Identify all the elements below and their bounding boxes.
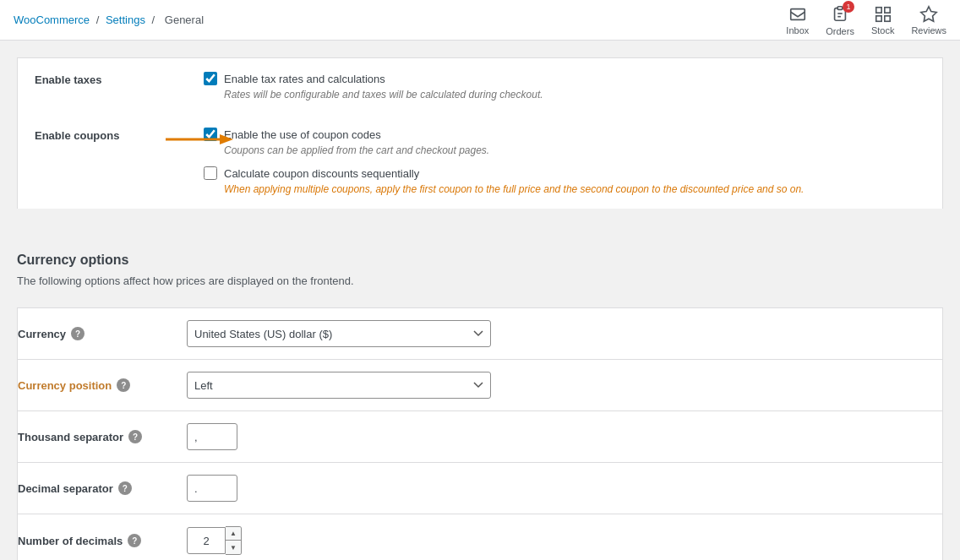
sequential-help-text: When applying multiple coupons, apply th… [224, 183, 925, 195]
sequential-section: Calculate coupon discounts sequentially … [204, 166, 925, 195]
decimal-separator-control [187, 475, 942, 502]
orange-arrow-icon [166, 129, 233, 150]
taxes-control: Enable tax rates and calculations Rates … [204, 72, 925, 101]
thousand-separator-input[interactable] [187, 423, 237, 450]
stock-button[interactable]: Stock [871, 5, 895, 35]
currency-label: Currency ? [18, 327, 187, 340]
content-area: Enable taxes Enable tax rates and calcul… [0, 41, 960, 560]
currency-position-control: Left Right Left space Right space [187, 372, 942, 399]
currency-help-icon[interactable]: ? [71, 327, 85, 340]
currency-section-subtitle: The following options affect how prices … [17, 275, 943, 287]
currency-fields-block: Currency ? United States (US) dollar ($)… [17, 307, 943, 560]
sequential-label[interactable]: Calculate coupon discounts sequentially [224, 167, 419, 180]
orders-label: Orders [826, 26, 854, 36]
sequential-checkbox[interactable] [204, 166, 217, 180]
decimal-separator-row: Decimal separator ? [18, 463, 942, 514]
orders-badge: 1 [843, 1, 854, 13]
currency-row: Currency ? United States (US) dollar ($)… [18, 308, 942, 360]
num-decimals-label: Number of decimals ? [18, 534, 187, 547]
coupons-help-text: Coupons can be applied from the cart and… [224, 144, 925, 156]
taxes-label: Enable taxes [35, 72, 204, 86]
svg-rect-1 [837, 6, 843, 9]
inbox-label: Inbox [786, 25, 809, 35]
reviews-label: Reviews [911, 25, 946, 35]
taxes-checkbox[interactable] [204, 72, 217, 85]
taxes-help-text: Rates will be configurable and taxes wil… [224, 89, 925, 101]
svg-marker-10 [220, 134, 233, 144]
num-decimals-row: Number of decimals ? ▲ ▼ [18, 514, 942, 560]
breadcrumb-woocommerce[interactable]: WooCommerce [14, 14, 90, 26]
svg-rect-0 [791, 8, 805, 19]
currency-position-help-icon[interactable]: ? [117, 378, 130, 392]
svg-rect-4 [875, 7, 881, 12]
svg-rect-5 [884, 7, 889, 12]
currency-position-label: Currency position ? [18, 378, 187, 392]
breadcrumb-sep2: / [152, 14, 155, 26]
orders-button[interactable]: 1 Orders [826, 4, 854, 36]
stock-icon [874, 5, 892, 24]
decimal-separator-help-icon[interactable]: ? [118, 481, 132, 495]
page-wrapper: WooCommerce / Settings / General Inbox [0, 0, 960, 560]
thousand-separator-row: Thousand separator ? [18, 411, 942, 463]
thousand-separator-help-icon[interactable]: ? [128, 430, 142, 443]
taxes-checkbox-label[interactable]: Enable tax rates and calculations [224, 73, 385, 85]
num-decimals-wrapper: ▲ ▼ [187, 526, 942, 555]
num-decimals-control: ▲ ▼ [187, 526, 942, 555]
reviews-icon [919, 5, 938, 24]
breadcrumb-settings[interactable]: Settings [106, 14, 145, 26]
svg-rect-6 [875, 15, 881, 20]
top-icons: Inbox 1 Orders [786, 4, 946, 36]
currency-section-title: Currency options [17, 253, 943, 268]
taxes-row: Enable taxes Enable tax rates and calcul… [17, 57, 943, 114]
currency-control: United States (US) dollar ($) Euro (€) B… [187, 320, 942, 347]
coupons-row: Enable coupons Enable the use of coupon … [17, 114, 943, 209]
spinner-up-button[interactable]: ▲ [226, 527, 241, 541]
svg-rect-7 [884, 15, 889, 20]
top-bar: WooCommerce / Settings / General Inbox [0, 0, 960, 41]
breadcrumb-current: General [165, 14, 204, 26]
spinner-buttons: ▲ ▼ [226, 526, 242, 555]
decimal-separator-label: Decimal separator ? [18, 481, 187, 495]
currency-section-header: Currency options The following options a… [17, 209, 943, 307]
inbox-icon [788, 5, 807, 24]
thousand-separator-label: Thousand separator ? [18, 430, 187, 443]
spinner-down-button[interactable]: ▼ [226, 541, 241, 554]
currency-position-select[interactable]: Left Right Left space Right space [187, 372, 491, 399]
reviews-button[interactable]: Reviews [911, 5, 946, 35]
enable-coupons-label[interactable]: Enable the use of coupon codes [224, 128, 381, 141]
currency-select[interactable]: United States (US) dollar ($) Euro (€) B… [187, 320, 491, 347]
arrow-annotation-coupons [166, 129, 233, 150]
svg-marker-8 [921, 6, 936, 20]
coupons-control: Enable the use of coupon codes Coupons c… [204, 128, 925, 195]
inbox-button[interactable]: Inbox [786, 5, 809, 35]
num-decimals-help-icon[interactable]: ? [128, 534, 141, 547]
currency-position-row: Currency position ? Left Right Left spac… [18, 360, 942, 411]
num-decimals-input[interactable] [187, 527, 226, 554]
decimal-separator-input[interactable] [187, 475, 237, 502]
breadcrumb: WooCommerce / Settings / General [14, 14, 207, 26]
breadcrumb-sep1: / [96, 14, 100, 26]
stock-label: Stock [871, 25, 895, 35]
thousand-separator-control [187, 423, 942, 450]
